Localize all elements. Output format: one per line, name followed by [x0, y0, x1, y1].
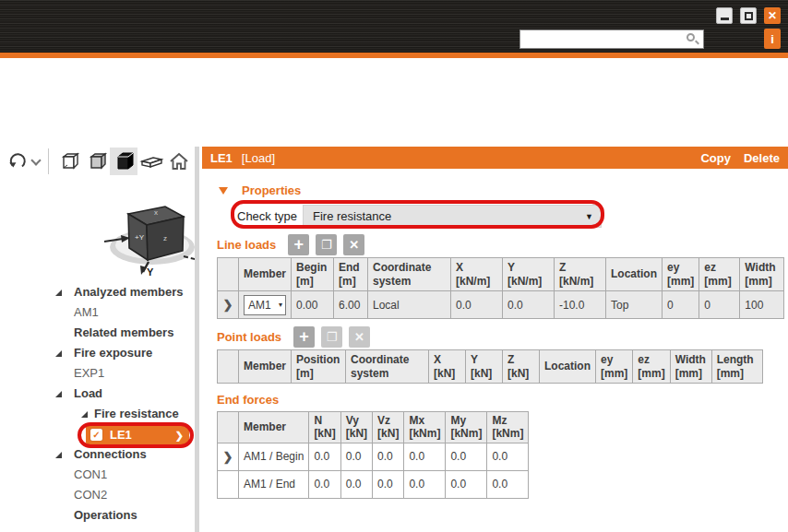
- tree-item-fire-resistance[interactable]: Fire resistance: [0, 404, 195, 424]
- checkbox-checked-icon[interactable]: ✓: [90, 429, 102, 441]
- rotate-options-chevron-down-icon[interactable]: [31, 157, 41, 166]
- header-cell: Length[mm]: [711, 350, 762, 384]
- ez-cell[interactable]: 0: [699, 291, 740, 319]
- tree-item-fire-exposure[interactable]: Fire exposure: [0, 343, 195, 363]
- minimize-button[interactable]: [716, 7, 733, 24]
- width-cell[interactable]: 100: [740, 291, 784, 319]
- mz-cell[interactable]: 0.0: [487, 443, 529, 470]
- my-cell[interactable]: 0.0: [446, 470, 487, 498]
- section-title: Properties: [242, 183, 301, 197]
- tree-item-con2[interactable]: CON2: [0, 485, 195, 505]
- row-expander[interactable]: ❯: [218, 443, 239, 470]
- tree-expander-icon[interactable]: [81, 411, 88, 418]
- tree-item-connections[interactable]: Connections: [0, 444, 195, 465]
- tree-expander-icon[interactable]: [55, 391, 62, 397]
- copy-icon: ❐: [321, 239, 332, 251]
- n-cell[interactable]: 0.0: [309, 443, 340, 470]
- header-cell: ey[mm]: [663, 258, 699, 291]
- member-view-button[interactable]: [137, 148, 165, 175]
- tree-item-le1-selected: ✓ LE1 ❯: [0, 424, 195, 444]
- tree-item-operations[interactable]: Operations: [0, 505, 195, 526]
- tree-item-analyzed-members[interactable]: Analyzed members: [0, 282, 195, 302]
- home-icon: [167, 149, 191, 173]
- add-point-load-button[interactable]: +: [293, 326, 315, 348]
- header-cell: ez[mm]: [633, 350, 670, 384]
- member-dropdown[interactable]: AM1 ▾: [244, 295, 286, 315]
- maximize-button[interactable]: [740, 7, 757, 24]
- coordinate-system-cell[interactable]: Local: [368, 291, 451, 319]
- member-cell[interactable]: AM1 / End: [239, 470, 309, 498]
- end-cell[interactable]: 6.00: [334, 291, 368, 319]
- minimize-icon: [721, 18, 729, 20]
- x-cell[interactable]: 0.0: [451, 291, 503, 319]
- vy-cell[interactable]: 0.0: [340, 443, 372, 470]
- panel-scrollbar[interactable]: [195, 147, 199, 532]
- collapse-triangle-icon[interactable]: [219, 187, 228, 195]
- begin-cell[interactable]: 0.00: [292, 291, 334, 319]
- rotate-view-button[interactable]: [4, 148, 31, 175]
- tree-item-label: EXP1: [74, 363, 104, 384]
- header-cell: N[kN]: [309, 412, 340, 443]
- header-cell: Y[kN/m]: [503, 258, 555, 291]
- svg-text:+Y: +Y: [135, 233, 145, 242]
- copy-line-load-button[interactable]: ❐: [316, 234, 337, 255]
- z-cell[interactable]: -10.0: [555, 291, 606, 319]
- my-cell[interactable]: 0.0: [446, 443, 487, 470]
- header-cell: Z[kN]: [503, 350, 540, 384]
- vz-cell[interactable]: 0.0: [373, 470, 404, 498]
- ey-cell[interactable]: 0: [663, 291, 699, 319]
- check-type-dropdown[interactable]: Fire resistance ▼: [303, 205, 602, 228]
- view-cube-3d[interactable]: Y +Y z x: [95, 186, 204, 280]
- svg-text:z: z: [163, 234, 167, 242]
- tree-expander-icon[interactable]: [55, 290, 62, 296]
- check-type-row: Check type Fire resistance ▼: [237, 205, 602, 228]
- copy-point-load-button[interactable]: ❐: [321, 326, 342, 348]
- mz-cell[interactable]: 0.0: [487, 470, 529, 498]
- tree-item-load[interactable]: Load: [0, 384, 195, 404]
- plus-icon: +: [294, 236, 304, 253]
- check-type-value: Fire resistance: [313, 209, 391, 223]
- copy-button[interactable]: Copy: [700, 151, 731, 165]
- tree-expander-icon[interactable]: [55, 452, 62, 458]
- search-input[interactable]: [520, 31, 686, 47]
- home-view-button[interactable]: [165, 148, 193, 175]
- delete-point-load-button[interactable]: ✕: [349, 326, 370, 348]
- header-cell: ey[mm]: [596, 350, 633, 384]
- tree-item-am1[interactable]: AM1: [0, 302, 195, 323]
- tree-item-label: AM1: [74, 302, 99, 323]
- search-box: [519, 30, 704, 49]
- member-cell[interactable]: AM1 / Begin: [239, 443, 309, 470]
- tree-item-related-members[interactable]: Related members: [0, 323, 195, 343]
- tree-item-con1[interactable]: CON1: [0, 465, 195, 485]
- solid-view-button[interactable]: [110, 148, 137, 175]
- info-button[interactable]: i: [764, 29, 781, 49]
- header-cell: End[m]: [334, 258, 368, 291]
- add-line-load-button[interactable]: +: [288, 234, 309, 255]
- tree-item-exp1[interactable]: EXP1: [0, 363, 195, 384]
- member-cell: AM1 ▾: [239, 291, 292, 319]
- mx-cell[interactable]: 0.0: [404, 470, 446, 498]
- properties-section-header[interactable]: Properties: [219, 183, 301, 197]
- mx-cell[interactable]: 0.0: [404, 443, 446, 470]
- row-expander[interactable]: ❯: [218, 291, 239, 319]
- vz-cell[interactable]: 0.0: [373, 443, 404, 470]
- y-cell[interactable]: 0.0: [503, 291, 555, 319]
- tree-expander-icon[interactable]: [55, 350, 62, 357]
- end-forces-table: Member N[kN] Vy[kN] Vz[kN] Mx[kNm] My[kN…: [217, 411, 529, 499]
- delete-line-load-button[interactable]: ✕: [343, 234, 364, 255]
- header-cell: Width[mm]: [740, 258, 784, 291]
- header-cell: [218, 258, 239, 291]
- close-button[interactable]: ✕: [764, 7, 781, 24]
- tree-item-le1[interactable]: ✓ LE1 ❯: [86, 425, 189, 444]
- vy-cell[interactable]: 0.0: [340, 470, 372, 498]
- plus-icon: +: [299, 328, 309, 345]
- delete-button[interactable]: Delete: [744, 151, 780, 165]
- wireframe-view-button[interactable]: [54, 148, 82, 175]
- n-cell[interactable]: 0.0: [309, 470, 340, 498]
- location-cell[interactable]: Top: [606, 291, 663, 319]
- table-row: ❯ AM1 ▾ 0.00 6.00 Local 0.0 0.0 -10.0 To…: [218, 291, 784, 319]
- delete-icon: ✕: [354, 331, 364, 343]
- rotate-icon: [6, 150, 29, 172]
- shaded-wireframe-view-button[interactable]: [82, 148, 110, 175]
- search-icon[interactable]: [686, 32, 700, 47]
